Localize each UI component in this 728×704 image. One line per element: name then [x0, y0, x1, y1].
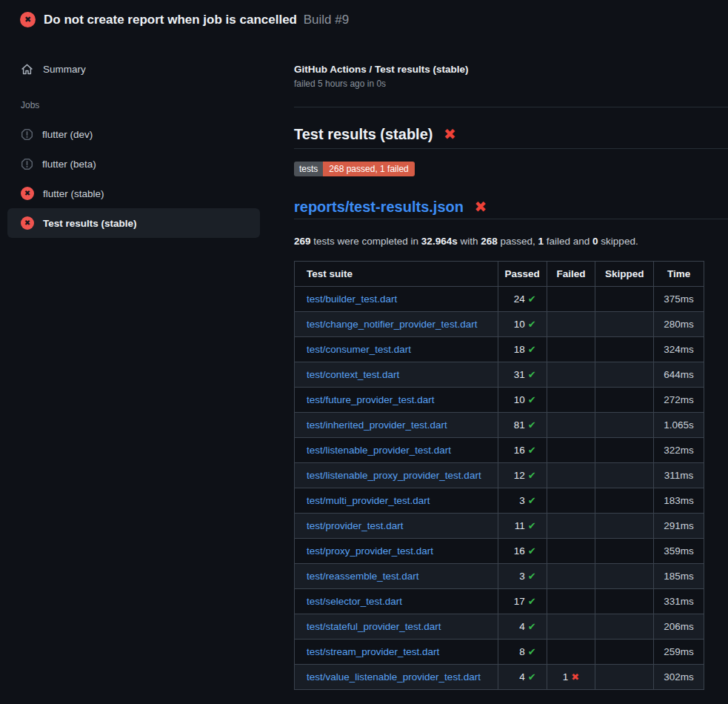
test-suite-link[interactable]: test/listenable_proxy_provider_test.dart	[307, 470, 481, 481]
passed-count: 12	[514, 470, 525, 481]
passed-count: 16	[514, 445, 525, 456]
column-header-test-suite: Test suite	[295, 262, 498, 287]
failed-cell	[547, 614, 595, 640]
check-icon: ✔	[528, 571, 536, 582]
failed-cell	[547, 564, 595, 589]
time-cell: 324ms	[654, 337, 704, 362]
check-icon: ✔	[528, 621, 536, 632]
passed-total: 268	[481, 236, 498, 247]
table-row: test/inherited_provider_test.dart81✔1.06…	[295, 413, 704, 438]
cross-icon: ✖	[571, 671, 579, 683]
sidebar: Summary Jobs flutter (dev) flutter (beta…	[7, 56, 260, 238]
sidebar-item-flutter-dev[interactable]: flutter (dev)	[7, 119, 260, 149]
time-cell: 185ms	[654, 564, 704, 589]
sidebar-item-flutter-beta[interactable]: flutter (beta)	[7, 149, 260, 179]
sidebar-item-summary[interactable]: Summary	[7, 56, 260, 82]
cancelled-stop-icon	[21, 128, 33, 141]
check-icon: ✔	[528, 470, 536, 481]
test-suite-link[interactable]: test/listenable_provider_test.dart	[307, 445, 451, 456]
failed-cell	[547, 488, 595, 514]
time-cell: 206ms	[654, 614, 704, 640]
test-suite-cell: test/listenable_provider_test.dart	[295, 438, 498, 463]
check-icon: ✔	[528, 596, 536, 607]
job-label: flutter (dev)	[42, 129, 93, 140]
check-icon: ✔	[528, 495, 536, 506]
test-suite-link[interactable]: test/stateful_provider_test.dart	[307, 621, 441, 632]
check-icon: ✔	[528, 369, 536, 380]
job-label: flutter (beta)	[42, 159, 96, 170]
failed-cell	[547, 539, 595, 564]
test-suite-link[interactable]: test/future_provider_test.dart	[307, 394, 435, 405]
skipped-cell	[595, 287, 654, 312]
failed-cell: 1✖	[547, 665, 595, 690]
time-cell: 272ms	[654, 388, 704, 413]
passed-cell: 17✔	[498, 589, 547, 614]
job-output-panel: GitHub Actions / Test results (stable) f…	[294, 64, 728, 690]
total-time: 32.964s	[421, 236, 458, 247]
passed-count: 16	[514, 545, 525, 557]
cancelled-stop-icon	[21, 158, 33, 170]
table-row: test/listenable_provider_test.dart16✔322…	[295, 438, 704, 463]
table-row: test/selector_test.dart17✔331ms	[295, 589, 704, 614]
test-suite-link[interactable]: test/provider_test.dart	[307, 520, 404, 531]
test-suite-link[interactable]: test/value_listenable_provider_test.dart	[307, 671, 481, 683]
passed-cell: 10✔	[498, 388, 547, 413]
table-row: test/stream_provider_test.dart8✔259ms	[295, 640, 704, 665]
skipped-total: 0	[592, 236, 598, 247]
run-title-line: Do not create report when job is cancell…	[44, 13, 349, 27]
test-suite-cell: test/provider_test.dart	[295, 514, 498, 539]
skipped-cell	[595, 539, 654, 564]
x-glyph: ✖	[24, 16, 31, 24]
table-row: test/future_provider_test.dart10✔272ms	[295, 388, 704, 413]
passed-cell: 4✔	[498, 665, 547, 690]
test-summary-sentence: 269 tests were completed in 32.964s with…	[294, 236, 728, 248]
passed-cell: 11✔	[498, 514, 547, 539]
skipped-cell	[595, 463, 654, 488]
failed-total: 1	[538, 236, 544, 247]
test-suite-link[interactable]: test/change_notifier_provider_test.dart	[307, 319, 477, 330]
time-cell: 259ms	[654, 640, 704, 665]
check-icon: ✔	[528, 419, 536, 431]
time-cell: 291ms	[654, 514, 704, 539]
test-suite-link[interactable]: test/consumer_test.dart	[307, 344, 411, 355]
test-suite-link[interactable]: test/inherited_provider_test.dart	[307, 419, 447, 431]
test-results-table: Test suite Passed Failed Skipped Time te…	[294, 261, 704, 690]
time-cell: 1.065s	[654, 413, 704, 438]
passed-cell: 3✔	[498, 488, 547, 514]
passed-cell: 31✔	[498, 362, 547, 388]
skipped-cell	[595, 564, 654, 589]
failed-cell	[547, 388, 595, 413]
x-glyph: ✖	[24, 190, 30, 197]
passed-count: 3	[519, 571, 525, 582]
table-row: test/reassemble_test.dart3✔185ms	[295, 564, 704, 589]
failed-cell	[547, 413, 595, 438]
test-suite-cell: test/stream_provider_test.dart	[295, 640, 498, 665]
test-suite-link[interactable]: test/builder_test.dart	[307, 293, 397, 305]
sidebar-item-test-results-stable[interactable]: ✖ Test results (stable)	[7, 208, 260, 238]
test-suite-link[interactable]: test/proxy_provider_test.dart	[307, 545, 433, 557]
test-suite-link[interactable]: test/reassemble_test.dart	[307, 571, 419, 582]
test-suite-link[interactable]: test/multi_provider_test.dart	[307, 495, 430, 506]
skipped-cell	[595, 362, 654, 388]
report-file-link[interactable]: reports/test-results.json	[294, 199, 464, 215]
passed-count: 4	[519, 671, 525, 683]
summary-text-segment: with	[458, 236, 481, 247]
sidebar-item-flutter-stable[interactable]: ✖ flutter (stable)	[7, 179, 260, 208]
column-header-passed: Passed	[498, 262, 547, 287]
test-suite-link[interactable]: test/context_test.dart	[307, 369, 399, 380]
test-suite-link[interactable]: test/selector_test.dart	[307, 596, 402, 607]
test-suite-cell: test/context_test.dart	[295, 362, 498, 388]
table-row: test/stateful_provider_test.dart4✔206ms	[295, 614, 704, 640]
test-suite-link[interactable]: test/stream_provider_test.dart	[307, 646, 439, 657]
skipped-cell	[595, 514, 654, 539]
test-suite-cell: test/builder_test.dart	[295, 287, 498, 312]
check-icon: ✔	[528, 344, 536, 355]
table-row: test/provider_test.dart11✔291ms	[295, 514, 704, 539]
badge-value: 268 passed, 1 failed	[323, 162, 414, 176]
run-title: Do not create report when job is cancell…	[44, 13, 297, 27]
column-header-skipped: Skipped	[595, 262, 654, 287]
test-suite-cell: test/reassemble_test.dart	[295, 564, 498, 589]
passed-count: 18	[514, 344, 525, 355]
total-tests: 269	[294, 236, 311, 247]
passed-count: 10	[514, 394, 525, 405]
